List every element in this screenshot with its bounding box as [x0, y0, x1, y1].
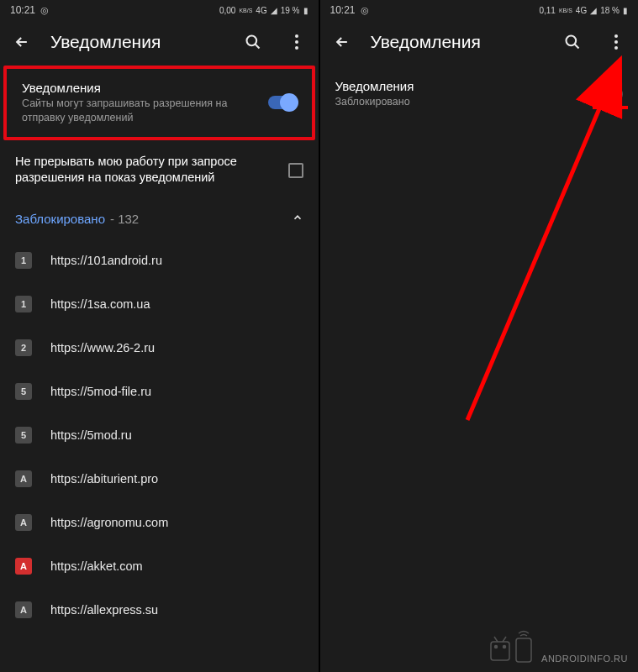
site-url: https://allexpress.su: [50, 603, 158, 617]
site-row[interactable]: Ahttps://agronomu.com: [0, 501, 319, 544]
status-speed-unit: KB/S: [559, 8, 572, 13]
notifications-title: Уведомления: [22, 81, 258, 95]
svg-rect-9: [491, 642, 509, 660]
notifications-master-row[interactable]: Уведомления Заблокировано: [320, 64, 639, 121]
quiet-label: Не прерывать мою работу при запросе разр…: [15, 154, 278, 186]
site-favicon: A: [15, 558, 32, 575]
phone-left: 10:21 ◎ 0,00 KB/S 4G ◢ 19 % ▮ Уведомлени…: [0, 0, 319, 672]
search-button[interactable]: [557, 27, 588, 57]
site-row[interactable]: Ahttps://abiturient.pro: [0, 457, 319, 501]
appbar: Уведомления: [320, 20, 639, 64]
blocked-section-header[interactable]: Заблокировано - 132: [0, 200, 319, 239]
site-row[interactable]: Ahttps://allexpress.su: [0, 588, 319, 632]
status-battery: 18 %: [600, 6, 620, 15]
site-row[interactable]: 5https://5mod-file.ru: [0, 370, 319, 413]
site-url: https://101android.ru: [50, 254, 162, 267]
appbar-title: Уведомления: [371, 32, 545, 52]
annotation-underline: [593, 106, 628, 109]
status-time: 10:21: [10, 4, 35, 16]
quiet-row[interactable]: Не прерывать мою работу при запросе разр…: [0, 142, 319, 200]
notifications-desc: Заблокировано: [335, 95, 585, 109]
more-button[interactable]: [282, 27, 312, 57]
svg-point-0: [246, 36, 256, 46]
watermark-text: ANDROIDINFO.RU: [541, 654, 628, 664]
site-url: https://5mod.ru: [50, 428, 132, 442]
svg-point-1: [295, 34, 298, 38]
svg-point-7: [614, 46, 618, 50]
status-net: 4G: [256, 6, 266, 15]
statusbar: 10:21 ◎ 0,00 KB/S 4G ◢ 19 % ▮: [0, 0, 319, 20]
svg-rect-12: [516, 638, 531, 662]
svg-point-10: [495, 646, 498, 648]
chevron-up-icon: [292, 212, 303, 227]
phone-right: 10:21 ◎ 0,11 KB/S 4G ◢ 18 % ▮ Уведомлени…: [320, 0, 639, 672]
status-battery: 19 %: [281, 6, 300, 15]
status-net: 4G: [576, 6, 587, 15]
svg-point-3: [295, 46, 298, 50]
back-button[interactable]: [7, 27, 37, 57]
signal-icon: ◢: [590, 6, 597, 15]
more-button[interactable]: [601, 27, 631, 57]
status-time: 10:21: [330, 4, 356, 16]
content: Уведомления Заблокировано: [320, 64, 639, 672]
statusbar: 10:21 ◎ 0,11 KB/S 4G ◢ 18 % ▮: [320, 0, 639, 20]
site-favicon: 2: [15, 339, 32, 356]
watermark: ANDROIDINFO.RU: [489, 630, 628, 664]
site-row[interactable]: Ahttps://akket.com: [0, 544, 319, 588]
blocked-label: Заблокировано: [15, 212, 105, 226]
quiet-checkbox[interactable]: [288, 163, 303, 178]
blocked-sites-list: 1https://101android.ru1https://1sa.com.u…: [0, 239, 319, 632]
notifications-master-row[interactable]: Уведомления Сайты могут запрашивать разр…: [3, 66, 315, 140]
site-url: https://www.26-2.ru: [50, 341, 155, 354]
status-speed-unit: KB/S: [239, 8, 252, 13]
battery-icon: ▮: [303, 6, 308, 15]
site-favicon: A: [15, 514, 32, 531]
content: Уведомления Сайты могут запрашивать разр…: [0, 64, 319, 672]
svg-point-5: [614, 34, 618, 38]
site-url: https://agronomu.com: [50, 516, 168, 529]
battery-icon: ▮: [623, 6, 628, 15]
site-favicon: A: [15, 470, 32, 487]
status-app-icon: ◎: [40, 5, 49, 16]
svg-point-6: [614, 40, 618, 44]
site-row[interactable]: 5https://5mod.ru: [0, 413, 319, 457]
site-favicon: 1: [15, 296, 32, 312]
site-row[interactable]: 1https://1sa.com.ua: [0, 282, 319, 326]
search-button[interactable]: [238, 27, 268, 57]
site-row[interactable]: 1https://101android.ru: [0, 239, 319, 282]
status-speed: 0,11: [539, 6, 555, 15]
appbar: Уведомления: [0, 20, 319, 64]
signal-icon: ◢: [271, 6, 277, 15]
svg-point-2: [295, 40, 298, 44]
notifications-toggle[interactable]: [268, 96, 297, 109]
svg-point-11: [504, 646, 506, 648]
notifications-title: Уведомления: [335, 79, 585, 93]
site-url: https://abiturient.pro: [50, 472, 158, 486]
site-favicon: 5: [15, 427, 32, 444]
back-button[interactable]: [327, 27, 357, 57]
svg-point-4: [567, 36, 577, 46]
site-favicon: A: [15, 601, 32, 618]
notifications-desc: Сайты могут запрашивать разрешения на от…: [22, 97, 258, 125]
status-speed: 0,00: [219, 6, 235, 15]
site-row[interactable]: 2https://www.26-2.ru: [0, 326, 319, 370]
appbar-title: Уведомления: [50, 32, 224, 52]
site-url: https://1sa.com.ua: [50, 297, 150, 311]
site-url: https://akket.com: [50, 559, 143, 573]
blocked-count: - 132: [110, 212, 139, 226]
site-favicon: 5: [15, 383, 32, 400]
notifications-toggle[interactable]: [594, 87, 623, 101]
site-url: https://5mod-file.ru: [50, 385, 151, 398]
status-app-icon: ◎: [361, 5, 369, 16]
site-favicon: 1: [15, 252, 32, 269]
